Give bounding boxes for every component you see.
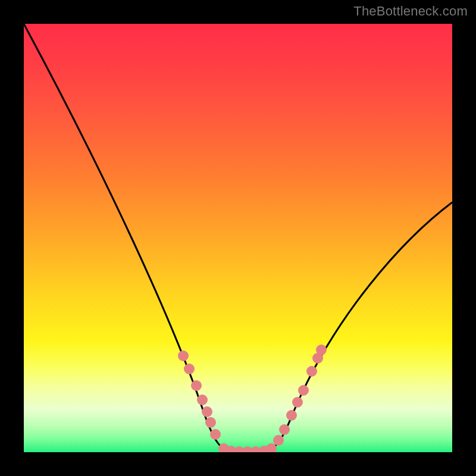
plot-area (24, 24, 452, 452)
watermark-text: TheBottleneck.com (353, 4, 468, 19)
marker (178, 350, 189, 361)
marker (191, 380, 202, 391)
bottleneck-curve (24, 24, 452, 452)
marker (266, 443, 277, 452)
marker (197, 394, 208, 405)
chart-frame: TheBottleneck.com (0, 0, 476, 476)
marker (316, 345, 327, 355)
marker (292, 397, 303, 408)
marker (202, 406, 212, 417)
marker (298, 385, 309, 396)
marker (205, 417, 216, 428)
marker (273, 435, 284, 446)
marker (286, 410, 297, 421)
marker (184, 364, 195, 374)
chart-svg (24, 24, 452, 452)
marker (279, 424, 290, 435)
marker (210, 429, 221, 440)
marker (306, 366, 317, 377)
curve-markers (178, 345, 327, 452)
